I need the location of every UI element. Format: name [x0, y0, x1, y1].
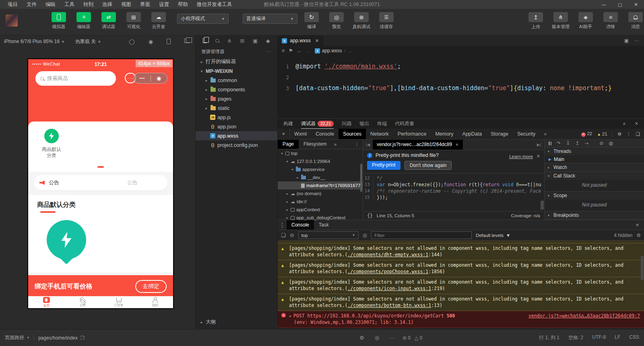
- menu-item[interactable]: 项目: [3, 0, 22, 9]
- menu-item[interactable]: 微信开发者工具: [192, 0, 237, 9]
- back-icon[interactable]: ←: [297, 48, 302, 54]
- devtools-tab-console[interactable]: Console: [311, 129, 339, 139]
- navigator-more-icon[interactable]: »: [334, 142, 336, 147]
- explorer-more-icon[interactable]: ···: [266, 49, 272, 54]
- toolbar-button[interactable]: 消息: [625, 12, 644, 30]
- editor-more-icon[interactable]: ···: [634, 38, 639, 43]
- tree-item-static[interactable]: ▸static: [196, 103, 277, 113]
- scrollbar[interactable]: [541, 201, 544, 210]
- pause-icon[interactable]: [549, 142, 551, 145]
- problem-error-count[interactable]: ⊘ 0: [402, 335, 411, 341]
- source-tree-item[interactable]: ▸app_sub_debugContext: [278, 214, 363, 222]
- record-icon[interactable]: ◉: [149, 39, 153, 45]
- eye-icon[interactable]: ◎: [363, 232, 367, 238]
- console-warning[interactable]: ▲![pages/shopping/index] Some selectors …: [278, 260, 644, 277]
- encoding[interactable]: UTF-8: [592, 334, 606, 341]
- devtools-tab-memory[interactable]: Memory: [431, 129, 458, 139]
- panel-tab-问题[interactable]: 问题: [342, 119, 351, 129]
- tab-scroll-right-icon[interactable]: ▶|: [537, 142, 544, 147]
- console-error[interactable]: ✕▸POST https://192.168.0.3/api/kuyou/ord…: [278, 311, 644, 328]
- debug-section-header[interactable]: ▾Call Stack: [545, 172, 644, 180]
- menu-item[interactable]: 选择: [98, 0, 117, 9]
- devtools-tab-network[interactable]: Network: [366, 129, 393, 139]
- source-tree-item[interactable]: ▾top: [278, 149, 363, 157]
- toolbar-button[interactable]: 编辑器: [73, 12, 94, 30]
- tree-item-project.config.json[interactable]: {}project.config.json: [196, 140, 277, 150]
- compile-mode-select[interactable]: 普通编译▼: [243, 14, 297, 24]
- mode-select[interactable]: 小程序模式▼: [177, 14, 229, 24]
- problem-warning-count[interactable]: △ 0: [415, 335, 422, 341]
- device-select[interactable]: iPhone 6/7/8 Plus 85% 16▼: [4, 39, 65, 44]
- navigator-kebab-icon[interactable]: ⋮: [355, 142, 363, 147]
- outline-section[interactable]: ▸大纲: [196, 317, 277, 327]
- tree-item-components[interactable]: ▸components: [196, 85, 277, 94]
- dock-side-icon[interactable]: ❑: [636, 131, 640, 137]
- toolbar-button[interactable]: 预览: [326, 12, 347, 30]
- tab-scroll-left-icon[interactable]: |◀: [363, 142, 373, 147]
- copy-icon[interactable]: ❐: [80, 335, 85, 341]
- console-warning[interactable]: ▲![pages/shopping/index] Some selectors …: [278, 243, 644, 260]
- phone-screen[interactable]: ●●●●● WeChat 17:21 414px × 688px 搜索商品 ··…: [28, 59, 173, 308]
- split-editor-icon[interactable]: ▣: [624, 38, 629, 43]
- toolbar-button[interactable]: 编译: [301, 12, 322, 30]
- source-tree-item[interactable]: ▸appContext: [278, 206, 363, 214]
- panel-tab-构建[interactable]: 构建: [283, 119, 293, 129]
- debug-section-header[interactable]: ▾Scope: [545, 192, 644, 200]
- pause-on-exceptions-icon[interactable]: ◍: [609, 140, 613, 146]
- preview-eye-icon[interactable]: ◎: [375, 335, 379, 341]
- source-tree-item[interactable]: mainframe?t=1769591677: [278, 181, 363, 189]
- project-root[interactable]: ▾MP-WEIXIN: [196, 66, 277, 76]
- tab-bar-item[interactable]: 分类: [64, 297, 101, 308]
- category-item[interactable]: 商品默认分类: [39, 129, 64, 159]
- cursor-position[interactable]: 行 1, 列 1: [539, 334, 559, 341]
- tree-item-common[interactable]: ▸common: [196, 76, 277, 85]
- indent-setting[interactable]: 空格: 2: [568, 334, 583, 341]
- scrollbar[interactable]: [641, 256, 644, 280]
- devtools-tab-storage[interactable]: Storage: [486, 129, 513, 139]
- console-kebab-icon[interactable]: ⋮: [278, 221, 287, 229]
- devtools-tab-appdata[interactable]: AppData: [458, 129, 487, 139]
- rotate-icon[interactable]: ◯: [129, 39, 135, 45]
- source-tree-item[interactable]: ▾127.0.0.1:29964: [278, 157, 363, 165]
- expand-icon[interactable]: ▸: [289, 313, 292, 319]
- tab-bar-item[interactable]: 我的: [137, 297, 173, 308]
- tab-bar-item[interactable]: 订货单: [101, 297, 137, 308]
- wxss-source-link[interactable]: ./components/icon-input.wxss:1: [347, 286, 431, 291]
- category-pin-icon[interactable]: [47, 220, 86, 260]
- close-tab-icon[interactable]: ✕: [455, 140, 458, 150]
- error-source-link[interactable]: vendor.js?t=wechat&s…63aac28b1f264dc89:7: [528, 313, 640, 325]
- tree-item-app.js[interactable]: JSapp.js: [196, 113, 277, 122]
- outline-icon[interactable]: ≡: [282, 48, 285, 54]
- devtools-kebab-icon[interactable]: ⋮: [626, 131, 631, 137]
- menu-item[interactable]: 编辑: [41, 0, 60, 9]
- learn-more-link[interactable]: Learn more: [509, 154, 533, 159]
- close-button[interactable]: ✕: [628, 0, 644, 9]
- source-tree-item[interactable]: ▸ide://: [278, 198, 363, 206]
- files-icon[interactable]: [203, 38, 207, 43]
- step-icon[interactable]: ⇢: [584, 140, 588, 146]
- devtools-tab-sources[interactable]: Sources: [339, 129, 366, 139]
- close-console-icon[interactable]: ✕: [636, 222, 644, 228]
- editor-tab-app-wxss[interactable]: 3 app.wxss ✕: [278, 35, 323, 46]
- toolbar-button[interactable]: 真机调试: [351, 12, 372, 30]
- deactivate-breakpoints-icon[interactable]: ⊘: [599, 140, 603, 146]
- extensions-icon[interactable]: ⊞: [240, 38, 244, 44]
- source-tree-item[interactable]: ▸__dev__: [278, 173, 363, 181]
- hot-reload-select[interactable]: 热重载 关▼: [75, 38, 101, 45]
- scrollbar[interactable]: [360, 164, 362, 192]
- search-input[interactable]: 搜索商品: [35, 71, 116, 86]
- source-tree-item[interactable]: ▸(no domain): [278, 189, 363, 198]
- device-frame-icon[interactable]: [167, 39, 171, 44]
- toolbar-button[interactable]: AI助手: [575, 12, 596, 30]
- debug-section-header[interactable]: ▾Threads: [545, 147, 644, 155]
- filter-input[interactable]: Filter: [371, 231, 472, 239]
- panel-tab-调试器[interactable]: 调试器22,21: [301, 119, 334, 129]
- forward-icon[interactable]: →: [306, 48, 311, 54]
- collapse-panel-icon[interactable]: ∧: [623, 121, 626, 126]
- page-path-select[interactable]: 页面路径▼: [5, 334, 30, 341]
- menu-item[interactable]: 工具: [60, 0, 79, 9]
- notice-bar[interactable]: 公告 公告: [34, 175, 167, 190]
- console-settings-icon[interactable]: ⚙: [636, 233, 641, 238]
- devtools-tab-wxml[interactable]: Wxml: [290, 129, 311, 139]
- close-tab-icon[interactable]: ✕: [315, 38, 319, 43]
